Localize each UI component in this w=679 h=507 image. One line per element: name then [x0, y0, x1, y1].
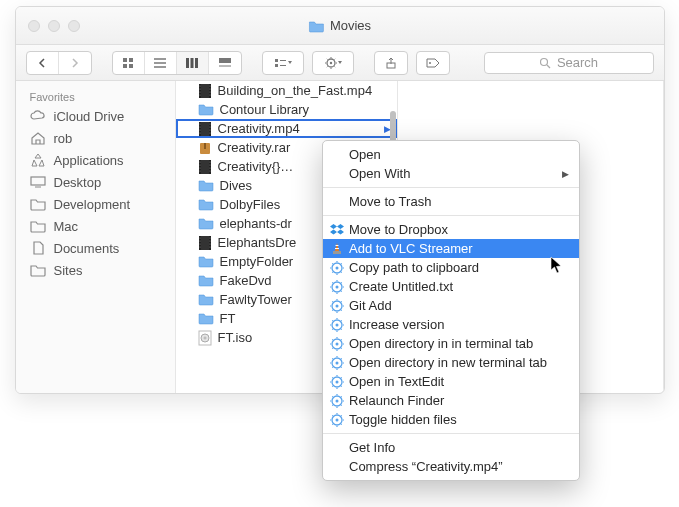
- menu-item-open-in-textedit[interactable]: Open in TextEdit: [323, 372, 579, 391]
- menu-separator: [323, 187, 579, 188]
- svg-point-53: [199, 167, 200, 168]
- view-buttons: [112, 51, 242, 75]
- app-icon: [30, 152, 46, 168]
- file-name: FT: [220, 311, 236, 326]
- icon-view-button[interactable]: [113, 52, 145, 74]
- sidebar-item-development[interactable]: Development: [16, 193, 175, 215]
- menu-item-open-directory-in-new-termin[interactable]: Open directory in new terminal tab: [323, 353, 579, 372]
- toolbar: Search: [16, 45, 664, 81]
- file-name: FawltyTower: [220, 292, 292, 307]
- list-view-button[interactable]: [145, 52, 177, 74]
- menu-item-compress-creativity-mp4-[interactable]: Compress “Creativity.mp4”: [323, 457, 579, 476]
- share-button[interactable]: [374, 51, 408, 75]
- menu-item-move-to-dropbox[interactable]: Move to Dropbox: [323, 220, 579, 239]
- nav-buttons: [26, 51, 92, 75]
- menu-item-create-untitled-txt[interactable]: Create Untitled.txt: [323, 277, 579, 296]
- svg-point-65: [199, 246, 200, 247]
- search-field[interactable]: Search: [484, 52, 654, 74]
- menu-item-git-add[interactable]: Git Add: [323, 296, 579, 315]
- svg-point-67: [209, 240, 210, 241]
- menu-item-relaunch-finder[interactable]: Relaunch Finder: [323, 391, 579, 410]
- back-button[interactable]: [27, 52, 59, 74]
- svg-point-93: [336, 418, 339, 421]
- svg-rect-8: [191, 58, 194, 68]
- folder-icon: [30, 262, 46, 278]
- service-icon: [329, 374, 345, 390]
- sidebar-item-documents[interactable]: Documents: [16, 237, 175, 259]
- cloud-icon: [30, 108, 46, 124]
- close-light[interactable]: [28, 20, 40, 32]
- sidebar-item-rob[interactable]: rob: [16, 127, 175, 149]
- svg-point-69: [209, 246, 210, 247]
- tags-button[interactable]: [416, 51, 450, 75]
- file-name: DolbyFiles: [220, 197, 281, 212]
- svg-point-85: [336, 342, 339, 345]
- file-row[interactable]: Creativity.mp4: [176, 119, 397, 138]
- menu-item-label: Create Untitled.txt: [349, 279, 453, 294]
- folder-icon: [198, 293, 214, 306]
- menu-item-increase-version[interactable]: Increase version: [323, 315, 579, 334]
- menu-item-label: Open directory in new terminal tab: [349, 355, 547, 370]
- video-icon: [198, 235, 212, 251]
- svg-point-44: [209, 129, 210, 130]
- folder-icon: [30, 218, 46, 234]
- service-icon: [329, 279, 345, 295]
- menu-item-open[interactable]: Open: [323, 145, 579, 164]
- menu-item-label: Open With: [349, 166, 410, 181]
- sidebar-item-desktop[interactable]: Desktop: [16, 171, 175, 193]
- svg-point-30: [199, 94, 200, 95]
- svg-point-57: [209, 167, 210, 168]
- sidebar-item-label: rob: [54, 131, 73, 146]
- folder-icon: [198, 179, 214, 192]
- sidebar-item-applications[interactable]: Applications: [16, 149, 175, 171]
- zoom-light[interactable]: [68, 20, 80, 32]
- svg-point-64: [199, 243, 200, 244]
- menu-item-toggle-hidden-files[interactable]: Toggle hidden files: [323, 410, 579, 429]
- svg-point-28: [199, 88, 200, 89]
- file-row[interactable]: Contour Library: [176, 100, 397, 119]
- svg-rect-75: [333, 251, 341, 254]
- vlc-icon: [329, 241, 345, 257]
- video-icon: [198, 159, 212, 175]
- file-row[interactable]: Building_on_the_Fast.mp4: [176, 81, 397, 100]
- sidebar-item-mac[interactable]: Mac: [16, 215, 175, 237]
- svg-point-45: [209, 132, 210, 133]
- menu-item-label: Git Add: [349, 298, 392, 313]
- menu-item-open-with[interactable]: Open With: [323, 164, 579, 183]
- menu-item-open-directory-in-in-termina[interactable]: Open directory in in terminal tab: [323, 334, 579, 353]
- sidebar-item-sites[interactable]: Sites: [16, 259, 175, 281]
- folder-icon: [198, 198, 214, 211]
- sidebar-item-label: Development: [54, 197, 131, 212]
- menu-item-get-info[interactable]: Get Info: [323, 438, 579, 457]
- service-icon: [329, 260, 345, 276]
- svg-rect-1: [129, 58, 133, 62]
- menu-item-move-to-trash[interactable]: Move to Trash: [323, 192, 579, 211]
- menu-item-add-to-vlc-streamer[interactable]: Add to VLC Streamer: [323, 239, 579, 258]
- desktop-icon: [30, 174, 46, 190]
- svg-rect-0: [123, 58, 127, 62]
- svg-point-39: [199, 126, 200, 127]
- svg-point-33: [209, 91, 210, 92]
- action-button[interactable]: [312, 51, 354, 75]
- coverflow-view-button[interactable]: [209, 52, 241, 74]
- svg-point-89: [336, 380, 339, 383]
- sidebar-item-icloud-drive[interactable]: iCloud Drive: [16, 105, 175, 127]
- forward-button[interactable]: [59, 52, 91, 74]
- svg-point-20: [540, 58, 547, 65]
- service-icon: [329, 298, 345, 314]
- column-view-button[interactable]: [177, 52, 209, 74]
- minimize-light[interactable]: [48, 20, 60, 32]
- menu-item-copy-path-to-clipboard[interactable]: Copy path to clipboard: [323, 258, 579, 277]
- service-icon: [329, 355, 345, 371]
- sidebar-item-label: Sites: [54, 263, 83, 278]
- svg-rect-13: [275, 64, 278, 67]
- menu-separator: [323, 433, 579, 434]
- svg-point-72: [204, 337, 206, 339]
- folder-icon: [198, 217, 214, 230]
- svg-point-52: [199, 164, 200, 165]
- svg-point-40: [199, 129, 200, 130]
- arrange-button[interactable]: [262, 51, 304, 75]
- svg-point-81: [336, 304, 339, 307]
- svg-line-21: [547, 65, 550, 68]
- sidebar-item-label: Desktop: [54, 175, 102, 190]
